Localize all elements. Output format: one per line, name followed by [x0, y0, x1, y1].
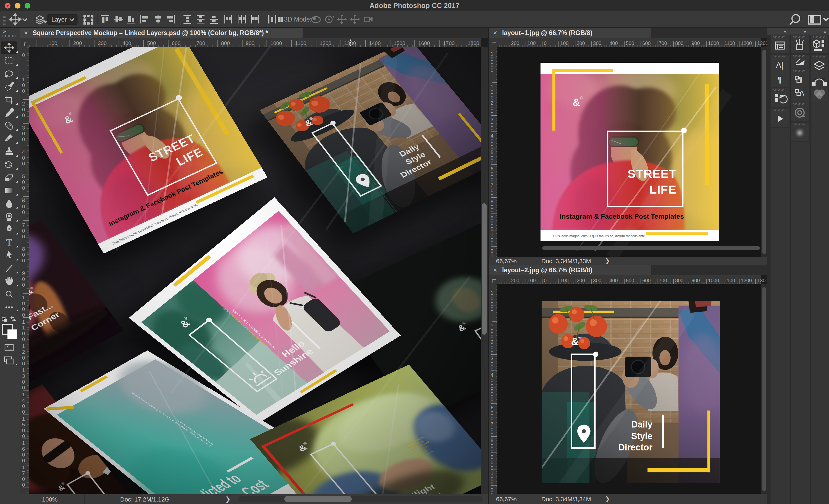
- svg-text:3D Mode:: 3D Mode:: [284, 16, 312, 23]
- svg-text:«: «: [824, 29, 826, 34]
- svg-text:Layer: Layer: [51, 16, 67, 23]
- svg-text:«: «: [804, 29, 806, 34]
- svg-text:T: T: [6, 237, 12, 247]
- svg-text:A|: A|: [776, 61, 783, 70]
- svg-text:«: «: [784, 29, 787, 34]
- svg-text:¶: ¶: [777, 75, 782, 84]
